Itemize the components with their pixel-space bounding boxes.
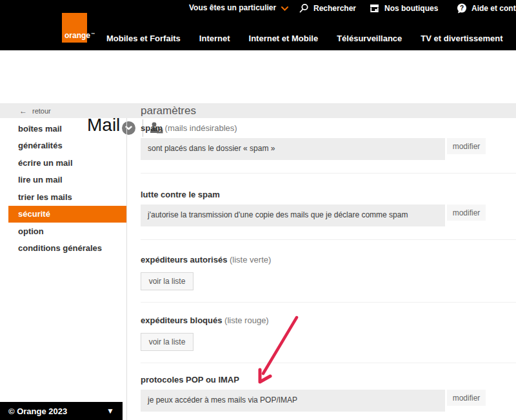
sidebar-item-boites-mail[interactable]: boîtes mail xyxy=(0,120,126,137)
orange-logo[interactable]: orange™ xyxy=(62,13,87,43)
stores-label: Nos boutiques xyxy=(384,4,438,13)
breadcrumb-bar: ← retour paramètres xyxy=(0,103,516,118)
help-label: Aide et conta xyxy=(471,4,516,13)
nav-internet-et-mobile[interactable]: Internet et Mobile xyxy=(249,34,319,43)
audience-label: Vous êtes un particulier xyxy=(189,3,276,12)
svg-text:?: ? xyxy=(460,5,464,12)
logo-trademark: ™ xyxy=(91,32,95,36)
back-link[interactable]: ← retour xyxy=(19,103,51,118)
nav-mobiles-et-forfaits[interactable]: Mobiles et Forfaits xyxy=(106,34,181,43)
section-expediteurs-bloques: expéditeurs bloqués (liste rouge) voir l… xyxy=(141,302,516,363)
sidebar-item-trier-les-mails[interactable]: trier les mails xyxy=(0,188,126,206)
sidebar-item-ecrire-un-mail[interactable]: écrire un mail xyxy=(0,154,126,172)
section-expediteurs-autorises: expéditeurs autorisés (liste verte) voir… xyxy=(141,239,516,302)
sidebar-item-securite[interactable]: sécurité xyxy=(8,206,126,223)
help-icon: ? xyxy=(457,3,467,14)
logo-text: orange xyxy=(64,31,90,40)
back-arrow-icon: ← xyxy=(19,106,27,115)
top-header: Vous êtes un particulier Rechercher Nos … xyxy=(0,0,516,50)
settings-page-title: paramètres xyxy=(141,103,196,118)
section-title: protocoles POP ou IMAP xyxy=(141,374,516,386)
search-button[interactable]: Rechercher xyxy=(299,3,356,13)
section-subtitle: (liste verte) xyxy=(230,255,271,265)
search-label: Rechercher xyxy=(313,4,356,13)
sidebar-item-option[interactable]: option xyxy=(0,223,126,240)
sidebar-divider xyxy=(126,118,127,420)
mail-header: Mail xyxy=(0,50,516,103)
nav-telesurveillance[interactable]: Télésurveillance xyxy=(337,34,402,43)
footer-expand-icon[interactable]: ▼ xyxy=(106,406,114,415)
settings-sidebar: boîtes mail généralités écrire un mail l… xyxy=(0,120,126,257)
spam-setting-value: sont placés dans le dossier « spam » xyxy=(141,138,445,160)
footer-bar: © Orange 2023 ▼ xyxy=(0,402,123,420)
nav-tv-et-divertissement[interactable]: TV et divertissement xyxy=(421,34,502,43)
section-spam: spam (mails indésirables) sont placés da… xyxy=(141,118,516,173)
blocked-senders-view-list-button[interactable]: voir la liste xyxy=(141,333,194,351)
storefront-icon xyxy=(369,3,380,13)
stores-button[interactable]: Nos boutiques xyxy=(369,3,438,13)
help-button[interactable]: ? Aide et conta xyxy=(457,3,516,14)
section-title: expéditeurs autorisés (liste verte) xyxy=(141,254,516,266)
sidebar-item-lire-un-mail[interactable]: lire un mail xyxy=(0,172,126,189)
pop-imap-modify-button[interactable]: modifier xyxy=(447,390,486,406)
section-lutte-contre-le-spam: lutte contre le spam j'autorise la trans… xyxy=(141,173,516,239)
chevron-down-icon xyxy=(281,6,288,11)
section-subtitle: (mails indésirables) xyxy=(165,123,237,133)
sidebar-item-generalites[interactable]: généralités xyxy=(0,137,126,155)
pop-imap-setting-value: je peux accéder à mes mails via POP/IMAP xyxy=(141,390,445,412)
copyright-text: © Orange 2023 xyxy=(8,406,67,416)
antispam-modify-button[interactable]: modifier xyxy=(447,205,486,221)
section-title: expéditeurs bloqués (liste rouge) xyxy=(141,315,516,326)
main-navigation: Mobiles et Forfaits Internet Internet et… xyxy=(106,34,516,43)
spam-modify-button[interactable]: modifier xyxy=(447,138,486,154)
section-protocoles-pop-imap: protocoles POP ou IMAP je peux accéder à… xyxy=(141,363,516,412)
settings-content: spam (mails indésirables) sont placés da… xyxy=(141,118,516,412)
section-title: spam (mails indésirables) xyxy=(141,123,516,134)
section-subtitle: (liste rouge) xyxy=(224,315,269,325)
search-icon xyxy=(299,3,309,13)
nav-internet[interactable]: Internet xyxy=(199,34,230,43)
back-label: retour xyxy=(32,107,51,115)
antispam-setting-value: j'autorise la transmission d'une copie d… xyxy=(141,205,445,226)
sidebar-item-conditions-generales[interactable]: conditions générales xyxy=(0,240,126,257)
allowed-senders-view-list-button[interactable]: voir la liste xyxy=(141,272,194,290)
section-title: lutte contre le spam xyxy=(141,189,516,201)
audience-switcher[interactable]: Vous êtes un particulier xyxy=(189,3,288,12)
orange-mail-settings-page: Vous êtes un particulier Rechercher Nos … xyxy=(0,0,516,420)
